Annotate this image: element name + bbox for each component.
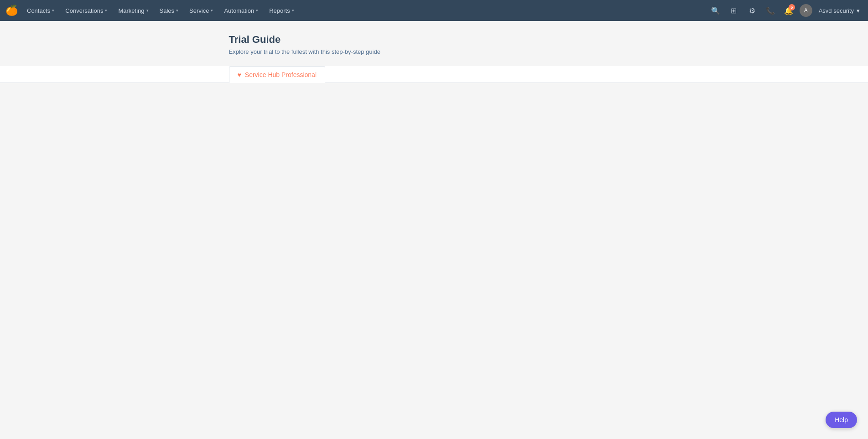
nav-right-section: 🔍 ⊞ ⚙ 📞 🔔 5 A Asvd security ▾ xyxy=(708,3,863,18)
sales-chevron: ▾ xyxy=(176,8,178,13)
user-menu[interactable]: Asvd security ▾ xyxy=(816,7,863,14)
nav-service[interactable]: Service ▾ xyxy=(184,0,218,21)
nav-conversations[interactable]: Conversations ▾ xyxy=(60,0,113,21)
automation-chevron: ▾ xyxy=(256,8,258,13)
search-button[interactable]: 🔍 xyxy=(708,3,723,18)
nav-automation[interactable]: Automation ▾ xyxy=(218,0,264,21)
nav-sales[interactable]: Sales ▾ xyxy=(154,0,184,21)
nav-marketing[interactable]: Marketing ▾ xyxy=(113,0,154,21)
page-title: Trial Guide xyxy=(229,34,639,46)
page-container: Trial Guide Explore your trial to the fu… xyxy=(0,21,868,439)
notif-badge: 5 xyxy=(789,4,795,10)
tab-heart-icon: ♥ xyxy=(238,71,241,78)
hubspot-logo[interactable]: 🍊 xyxy=(5,5,18,16)
service-chevron: ▾ xyxy=(211,8,213,13)
phone-button[interactable]: 📞 xyxy=(763,3,778,18)
contacts-chevron: ▾ xyxy=(52,8,54,13)
settings-button[interactable]: ⚙ xyxy=(745,3,759,18)
nav-reports[interactable]: Reports ▾ xyxy=(264,0,300,21)
tab-bar: ♥ Service Hub Professional xyxy=(0,66,868,83)
help-button[interactable]: Help xyxy=(826,412,857,428)
nav-contacts[interactable]: Contacts ▾ xyxy=(21,0,60,21)
conversations-chevron: ▾ xyxy=(105,8,107,13)
top-navigation: 🍊 Contacts ▾ Conversations ▾ Marketing ▾… xyxy=(0,0,868,21)
page-subtitle: Explore your trial to the fullest with t… xyxy=(229,48,639,55)
tab-service-hub-professional[interactable]: ♥ Service Hub Professional xyxy=(229,66,326,83)
avatar[interactable]: A xyxy=(800,4,812,17)
marketplace-button[interactable]: ⊞ xyxy=(727,3,741,18)
reports-chevron: ▾ xyxy=(292,8,294,13)
marketing-chevron: ▾ xyxy=(146,8,149,13)
user-chevron: ▾ xyxy=(857,7,860,14)
notifications-button[interactable]: 🔔 5 xyxy=(781,3,796,18)
